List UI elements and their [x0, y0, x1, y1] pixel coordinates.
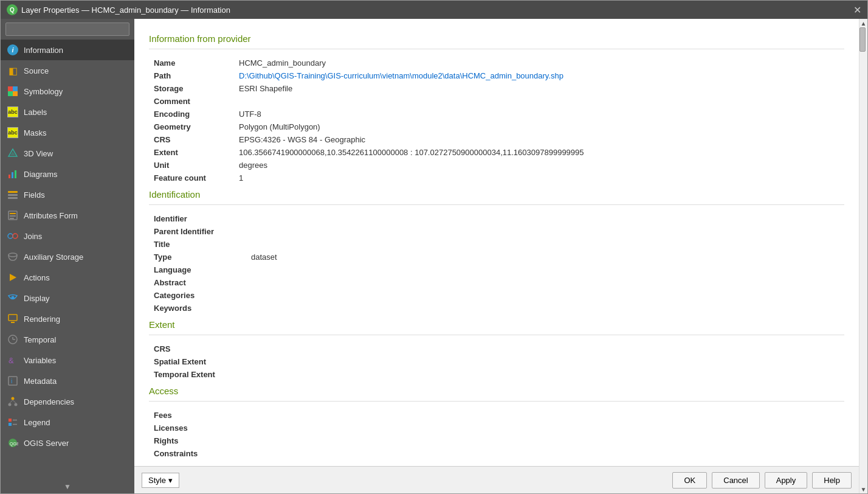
- sidebar-item-temporal[interactable]: Temporal: [1, 329, 134, 350]
- field-value: [246, 212, 844, 225]
- svg-rect-6: [9, 175, 10, 178]
- scroll-thumb-area: [859, 27, 867, 485]
- table-row: PathD:\Github\QGIS-Training\GIS-curricul…: [149, 69, 844, 82]
- field-value[interactable]: D:\Github\QGIS-Training\GIS-curriculum\v…: [234, 69, 844, 82]
- sidebar-item-label: Symbology: [24, 87, 63, 96]
- field-value: [246, 225, 844, 238]
- field-label: Categories: [149, 289, 246, 302]
- table-row: Title: [149, 238, 844, 251]
- field-value: [246, 289, 844, 302]
- field-value: [246, 238, 844, 251]
- ok-button[interactable]: OK: [672, 472, 707, 489]
- svg-line-33: [13, 400, 16, 403]
- dependencies-icon: [7, 395, 19, 408]
- sidebar-item-label: OGIS Server: [24, 439, 69, 448]
- sidebar-item-actions[interactable]: Actions: [1, 267, 134, 288]
- sidebar-item-labels[interactable]: abcLabels: [1, 102, 134, 122]
- sidebar-item-fields[interactable]: Fields: [1, 184, 134, 205]
- field-value: [246, 368, 844, 381]
- table-row: Constraints: [149, 447, 844, 460]
- sidebar-item-metadata[interactable]: iMetadata: [1, 370, 134, 391]
- table-row: Keywords: [149, 302, 844, 315]
- sidebar-item-display[interactable]: Display: [1, 288, 134, 308]
- table-row: NameHCMC_admin_boundary: [149, 57, 844, 69]
- table-row: Abstract: [149, 276, 844, 289]
- sidebar: iInformation◧SourceSymbologyabcLabelsabc…: [1, 19, 134, 493]
- sidebar-item-label: Source: [24, 66, 49, 75]
- sidebar-item-symbology[interactable]: Symbology: [1, 81, 134, 102]
- style-label: Style: [148, 476, 166, 485]
- svg-point-17: [13, 234, 18, 238]
- table-row: Typedataset: [149, 251, 844, 263]
- content-area: Information from provider NameHCMC_admin…: [134, 19, 859, 493]
- sidebar-item-label: Actions: [24, 273, 50, 282]
- field-value: EPSG:4326 - WGS 84 - Geographic: [234, 133, 844, 146]
- close-button[interactable]: ✕: [853, 4, 861, 16]
- footer: Style ▾ OK Cancel Apply Help: [134, 466, 859, 493]
- sidebar-item-label: Rendering: [24, 315, 60, 324]
- scroll-thumb[interactable]: [859, 27, 866, 52]
- field-value: HCMC_admin_boundary: [234, 57, 844, 69]
- sidebar-item-diagrams[interactable]: Diagrams: [1, 164, 134, 184]
- sidebar-item-attributesform[interactable]: Attributes Form: [1, 205, 134, 226]
- table-row: CRS: [149, 343, 844, 355]
- field-value: [246, 355, 844, 368]
- field-label: Extent: [149, 146, 234, 159]
- svg-rect-13: [10, 213, 16, 214]
- sidebar-item-information[interactable]: iInformation: [1, 40, 134, 60]
- search-input[interactable]: [5, 23, 129, 36]
- style-button[interactable]: Style ▾: [142, 473, 179, 488]
- sidebar-item-label: Information: [24, 46, 63, 55]
- sidebar-item-masks[interactable]: abcMasks: [1, 122, 134, 143]
- layer-properties-window: Q Layer Properties — HCMC_admin_boundary…: [0, 0, 868, 494]
- svg-marker-19: [10, 274, 16, 281]
- actions-icon: [7, 271, 19, 284]
- svg-rect-2: [8, 91, 13, 96]
- fields-icon: [7, 189, 19, 201]
- table-row: Temporal Extent: [149, 368, 844, 381]
- content-scroll: Information from provider NameHCMC_admin…: [134, 19, 859, 466]
- field-value: [246, 434, 844, 447]
- extent-table: CRSSpatial ExtentTemporal Extent: [149, 343, 844, 381]
- sidebar-item-variables[interactable]: &Variables: [1, 350, 134, 370]
- sidebar-item-dependencies[interactable]: Dependencies: [1, 391, 134, 412]
- scroll-up-arrow[interactable]: ▲: [859, 19, 868, 27]
- svg-rect-34: [9, 419, 12, 422]
- sidebar-item-ogisserver[interactable]: QGISOGIS Server: [1, 433, 134, 453]
- field-link[interactable]: D:\Github\QGIS-Training\GIS-curriculum\v…: [239, 71, 563, 80]
- legend-icon: [7, 416, 19, 428]
- sidebar-item-label: Joins: [24, 232, 42, 241]
- field-value: 106.3566741900000068,10.3542261100000008…: [234, 146, 844, 159]
- field-value: UTF-8: [234, 108, 844, 120]
- footer-right: OK Cancel Apply Help: [672, 472, 852, 489]
- table-row: Categories: [149, 289, 844, 302]
- field-label: Language: [149, 263, 246, 276]
- field-value: [246, 409, 844, 422]
- cancel-button[interactable]: Cancel: [712, 472, 759, 489]
- field-label: Geometry: [149, 120, 234, 133]
- sidebar-item-legend[interactable]: Legend: [1, 412, 134, 433]
- sidebar-item-joins[interactable]: Joins: [1, 226, 134, 246]
- help-button[interactable]: Help: [812, 472, 852, 489]
- scroll-down-arrow[interactable]: ▼: [859, 485, 868, 493]
- sidebar-scroll-down[interactable]: ▼: [1, 480, 134, 493]
- display-icon: [7, 292, 19, 304]
- field-value: [246, 276, 844, 289]
- window-title: Layer Properties — HCMC_admin_boundary —…: [21, 5, 230, 15]
- field-value: degrees: [234, 159, 844, 172]
- field-label: Constraints: [149, 447, 246, 460]
- field-value: [246, 447, 844, 460]
- apply-button[interactable]: Apply: [765, 472, 808, 489]
- sidebar-item-3dview[interactable]: 3D View: [1, 143, 134, 164]
- sidebar-item-label: Display: [24, 294, 50, 303]
- svg-point-31: [15, 403, 18, 406]
- sidebar-item-source[interactable]: ◧Source: [1, 60, 134, 81]
- sidebar-item-rendering[interactable]: Rendering: [1, 308, 134, 329]
- svg-rect-7: [12, 172, 13, 178]
- info-provider-table: NameHCMC_admin_boundaryPathD:\Github\QGI…: [149, 57, 844, 184]
- field-label: Path: [149, 69, 234, 82]
- field-value: [246, 422, 844, 434]
- footer-left: Style ▾: [142, 473, 179, 488]
- svg-text:QGIS: QGIS: [10, 442, 18, 447]
- sidebar-item-auxiliarystorage[interactable]: Auxiliary Storage: [1, 246, 134, 267]
